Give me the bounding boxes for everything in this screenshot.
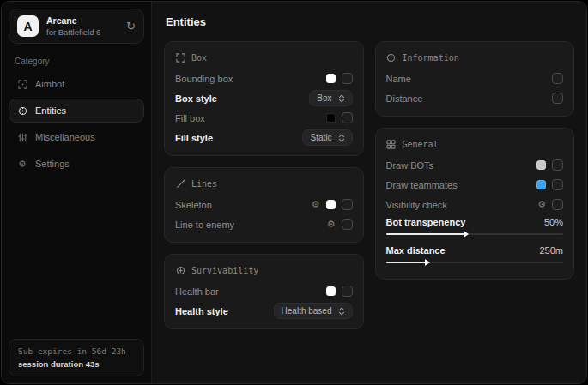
box-icon [175,52,185,63]
dropdown[interactable]: Static [302,129,352,146]
color-swatch[interactable] [326,286,336,296]
setting-label: Draw teammates [386,180,530,190]
setting-label: Visibility check [386,200,531,210]
setting-controls: Health based [274,303,353,319]
setting-row-health-style: Health styleHealth based [175,301,353,321]
sub-expires-text: Sub expires in 56d 23h [18,346,135,356]
card-header: General [386,139,564,149]
refresh-icon[interactable]: ↻ [126,21,136,32]
card-title: General [403,140,439,149]
app-name: Arcane [46,15,100,26]
setting-controls: ⚙ [327,219,353,230]
setting-label: Line to enemy [175,220,320,230]
color-swatch[interactable] [326,74,336,83]
card-title: Survivability [191,266,258,275]
setting-label: Health bar [175,286,319,297]
checkbox[interactable] [342,73,353,84]
slider-value: 250m [539,245,563,256]
checkbox[interactable] [552,159,563,171]
gear-icon[interactable]: ⚙ [312,200,320,209]
setting-label: Bot transpenency [386,217,544,227]
sidebar-item-settings[interactable]: ⚙Settings [9,152,144,176]
crosshair-icon [17,79,27,89]
checkbox[interactable] [552,93,563,104]
setting-controls [326,73,353,84]
setting-controls [326,112,353,123]
checkbox[interactable] [342,199,353,210]
page-title: Entities [166,15,573,28]
card-title: Box [191,53,207,63]
setting-row-fill-style: Fill styleStatic [175,128,353,147]
sidebar-item-label: Aimbot [35,79,64,89]
setting-row-line-to-enemy: Line to enemy⚙ [175,214,353,234]
setting-row-fill-box: Fill box [175,108,353,128]
info-icon [386,52,397,63]
checkbox[interactable] [552,199,563,210]
gear-icon[interactable]: ⚙ [537,200,546,209]
subscription-info: Sub expires in 56d 23h session duration … [9,339,144,376]
setting-label: Health style [175,306,267,316]
card-header: Information [386,52,564,63]
setting-row-max-distance: Max distance250m [386,243,564,271]
chevrons-updown-icon [338,307,345,316]
slider-track[interactable] [386,262,564,263]
setting-label: Name [386,74,546,84]
sidebar-item-aimbot[interactable]: Aimbot [9,72,144,96]
setting-controls: Box [309,90,352,106]
color-swatch[interactable] [326,200,336,209]
slider-thumb[interactable] [425,259,430,266]
dropdown[interactable]: Health based [274,303,353,319]
setting-row-draw-bots: Draw BOTs [386,155,564,175]
setting-controls [552,73,563,84]
slider-thumb[interactable] [464,231,469,238]
main-content: Entities BoxBounding boxBox styleBoxFill… [152,2,586,383]
setting-controls [552,93,563,104]
card-title: Information [403,53,459,63]
gear-icon[interactable]: ⚙ [327,220,336,229]
slider-track[interactable] [386,233,564,235]
line-icon [175,178,185,189]
checkbox[interactable] [342,219,353,230]
color-swatch[interactable] [536,180,546,189]
color-swatch[interactable] [536,160,546,170]
checkbox[interactable] [342,286,353,297]
app-titles: Arcane for Battlefield 6 [46,15,100,37]
card-header: Box [175,52,353,63]
card-general: GeneralDraw BOTsDraw teammatesVisibility… [375,128,575,280]
sidebar-nav: AimbotEntitiesMiscellaneous⚙Settings [9,72,144,176]
card-title: Lines [191,179,217,189]
card-survivability: SurvivabilityHealth barHealth styleHealt… [164,254,364,329]
dropdown[interactable]: Box [309,90,352,106]
card-header: Survivability [175,265,353,275]
sidebar-item-miscellaneous[interactable]: Miscellaneous [9,125,144,149]
setting-row-skeleton: Skeleton⚙ [175,195,353,214]
card-header: Lines [175,178,353,189]
slider-fill [386,262,427,263]
setting-controls [536,159,563,171]
checkbox[interactable] [552,73,563,84]
app-logo-letter: A [23,20,32,33]
checkbox[interactable] [552,179,563,190]
dropdown-value: Health based [282,306,332,316]
entities-icon [17,105,27,116]
setting-row-distance: Distance [386,88,564,108]
setting-label: Bounding box [175,74,319,84]
sidebar-item-label: Miscellaneous [35,132,95,142]
sidebar-item-entities[interactable]: Entities [9,99,144,123]
setting-controls: Static [302,129,352,146]
checkbox[interactable] [342,112,353,123]
setting-controls [536,179,563,190]
setting-controls [326,286,353,297]
setting-row-name: Name [386,69,564,88]
health-icon [175,265,185,275]
dropdown-value: Box [317,93,331,103]
setting-controls: ⚙ [537,199,563,210]
app-logo: A [17,15,39,37]
chevrons-updown-icon [338,94,345,103]
setting-row-bot-transpenency: Bot transpenency50% [386,214,564,243]
app-header: A Arcane for Battlefield 6 ↻ [9,9,144,44]
setting-label: Distance [386,93,546,104]
setting-label: Fill box [175,113,319,123]
color-swatch[interactable] [326,113,336,123]
right-column: InformationNameDistanceGeneralDraw BOTsD… [375,41,575,280]
